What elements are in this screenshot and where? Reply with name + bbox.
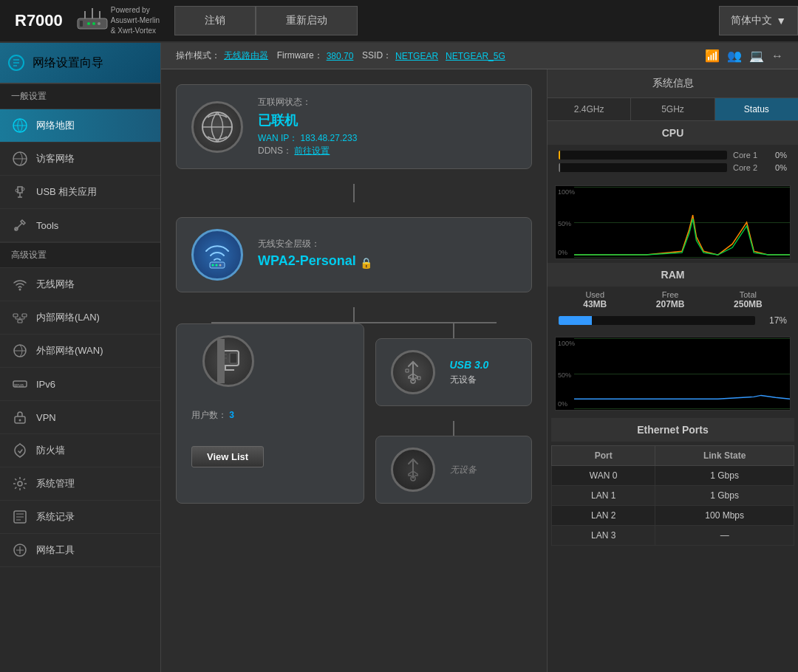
eth-col-state: Link State	[655, 446, 794, 466]
cpu-core1-label: Core 1	[733, 151, 763, 160]
sidebar-label-syslog: 系统记录	[36, 510, 75, 524]
usb-info-2: 无设备	[450, 464, 517, 476]
sidebar-item-syslog[interactable]: 系统记录	[0, 501, 160, 534]
internet-status-label: 互联网状态：	[258, 96, 516, 109]
section-general: 一般设置	[0, 83, 160, 109]
share-status-icon[interactable]: ↔	[771, 49, 783, 63]
view-list-button[interactable]: View List	[191, 446, 264, 467]
sidebar-label-network-map: 网络地图	[36, 119, 75, 132]
sidebar-item-ipv6[interactable]: IPV6 IPv6	[0, 368, 160, 401]
svg-rect-17	[22, 314, 27, 317]
lock-icon: 🔒	[360, 257, 372, 269]
sysadmin-icon	[11, 475, 29, 493]
language-selector[interactable]: 简体中文 ▼	[719, 6, 798, 35]
svg-rect-15	[13, 314, 18, 317]
graph-label-50-ram: 50%	[558, 371, 571, 379]
ram-graph: 100% 50% 0%	[555, 337, 791, 411]
header-logo: R7000 Powered by Asuswrt-Merlin & Xwrt-V…	[0, 5, 174, 36]
sidebar-label-firewall: 防火墙	[36, 444, 65, 457]
ssid-value1[interactable]: NETGEAR	[395, 51, 438, 61]
ram-total-value: 250MB	[734, 299, 763, 309]
eth-state-cell: 100 Mbps	[655, 506, 794, 526]
ram-bar-fill	[559, 316, 592, 325]
mode-label: 操作模式：	[176, 49, 220, 62]
connector-line-1	[353, 184, 355, 202]
usb-card-1: USB 3.0 无设备	[375, 338, 533, 406]
graph-label-100-ram: 100%	[558, 340, 575, 347]
sidebar-item-network-map[interactable]: 网络地图	[0, 109, 160, 143]
syslog-icon	[11, 508, 29, 526]
firmware-value[interactable]: 380.70	[327, 51, 354, 61]
usb-icon-1	[391, 350, 435, 394]
svg-point-30	[219, 264, 222, 267]
cpu-graph-svg	[574, 186, 790, 258]
sidebar-label-lan: 内部网络(LAN)	[36, 311, 100, 324]
ssid-value2[interactable]: NETGEAR_5G	[446, 51, 505, 61]
usb-card-2: 无设备	[375, 436, 533, 504]
sidebar-label-wan: 外部网络(WAN)	[36, 344, 103, 357]
sidebar-item-wireless[interactable]: 无线网络	[0, 268, 160, 301]
graph-label-50-cpu: 50%	[558, 220, 571, 227]
clients-icon	[202, 335, 254, 387]
sidebar-label-sysadmin: 系统管理	[36, 477, 75, 490]
tab-status[interactable]: Status	[715, 98, 798, 120]
firmware-label: Firmware：	[272, 49, 323, 62]
sidebar-item-nettools[interactable]: 网络工具	[0, 534, 160, 567]
ram-free-stat: Free 207MB	[656, 290, 685, 309]
eth-state-cell: 1 Gbps	[655, 486, 794, 506]
router-model: R7000	[15, 11, 63, 30]
restart-button[interactable]: 重新启动	[256, 6, 358, 35]
cpu-core2-row: Core 2 0%	[559, 163, 787, 172]
sidebar-item-wizard[interactable]: 网络设置向导	[0, 43, 160, 83]
ram-used-label: Used	[583, 290, 607, 299]
sidebar-item-lan[interactable]: 内部网络(LAN)	[0, 301, 160, 335]
tab-2.4ghz[interactable]: 2.4GHz	[548, 98, 631, 120]
ram-bar-bg	[559, 316, 755, 325]
svg-rect-32	[230, 353, 237, 363]
internet-status-value: 已联机	[258, 112, 516, 129]
usb-app-icon	[11, 183, 29, 201]
usb-status: 无设备	[450, 374, 517, 386]
ddns-label: DDNS：	[258, 145, 292, 156]
table-row: LAN 3—	[552, 526, 794, 546]
main-layout: 网络设置向导 一般设置 网络地图 访客网络	[0, 43, 798, 672]
header: R7000 Powered by Asuswrt-Merlin & Xwrt-V…	[0, 0, 798, 43]
clients-count: 3	[229, 410, 234, 420]
firewall-icon	[11, 442, 29, 459]
status-bar: 操作模式： 无线路由器 Firmware： 380.70 SSID： NETGE…	[161, 43, 798, 69]
logout-button[interactable]: 注销	[174, 6, 256, 35]
sidebar-item-firewall[interactable]: 防火墙	[0, 434, 160, 467]
ram-title: RAM	[548, 263, 798, 287]
sidebar-item-usb[interactable]: USB 相关应用	[0, 176, 160, 209]
wizard-icon	[7, 54, 25, 72]
tab-5ghz[interactable]: 5GHz	[631, 98, 715, 120]
content-split: 互联网状态： 已联机 WAN IP： 183.48.27.233 DDNS： 前…	[161, 69, 798, 672]
lan-icon	[11, 309, 29, 326]
ram-graph-svg	[574, 337, 790, 410]
ddns-link[interactable]: 前往设置	[294, 145, 330, 156]
sidebar-item-sysadmin[interactable]: 系统管理	[0, 467, 160, 501]
eth-port-cell: LAN 3	[552, 526, 655, 546]
cpu-core2-label: Core 2	[733, 163, 763, 172]
sidebar-item-guest-network[interactable]: 访客网络	[0, 143, 160, 176]
ram-pct: 17%	[761, 315, 787, 326]
sidebar-item-tools[interactable]: Tools	[0, 209, 160, 242]
mode-value[interactable]: 无线路由器	[224, 49, 268, 62]
bottom-cards: 用户数： 3 View List	[176, 323, 532, 518]
ram-total-label: Total	[734, 290, 763, 299]
ssid-label: SSID：	[357, 49, 392, 62]
users-status-icon[interactable]: 👥	[727, 49, 742, 63]
eth-port-cell: LAN 1	[552, 486, 655, 506]
sidebar-item-vpn[interactable]: VPN	[0, 401, 160, 434]
network-map-icon	[11, 117, 29, 134]
wifi-status-icon[interactable]: 📶	[705, 49, 720, 63]
cpu-graph: 100% 50% 0%	[555, 185, 791, 259]
monitor-status-icon[interactable]: 💻	[749, 49, 764, 63]
svg-point-2	[87, 22, 90, 25]
eth-port-cell: WAN 0	[552, 466, 655, 486]
router-icon	[74, 5, 111, 36]
network-diagram: 互联网状态： 已联机 WAN IP： 183.48.27.233 DDNS： 前…	[161, 69, 547, 672]
wireless-label: 无线安全层级：	[258, 238, 516, 250]
sidebar-item-wan[interactable]: 外部网络(WAN)	[0, 335, 160, 368]
sidebar-label-ipv6: IPv6	[36, 379, 55, 390]
